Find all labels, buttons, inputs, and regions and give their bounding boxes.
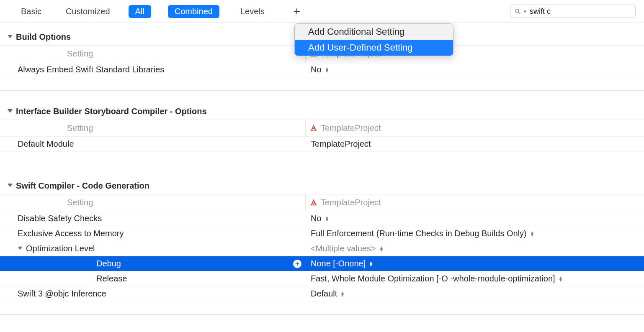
stepper-icon[interactable]: ▴▾	[531, 231, 533, 237]
section-title: Build Options	[16, 32, 71, 42]
setting-label: Exclusive Access to Memory	[0, 226, 306, 241]
filter-all[interactable]: All	[129, 5, 151, 18]
column-setting: Setting	[0, 120, 306, 136]
disclosure-triangle-icon[interactable]	[18, 247, 22, 250]
row-default-module[interactable]: Default Module TemplateProject	[0, 137, 644, 152]
column-headers: Setting TemplateProject	[0, 194, 644, 211]
stepper-icon[interactable]: ▴▾	[370, 261, 372, 267]
section-swift-compiler[interactable]: Swift Compiler - Code Generation	[0, 178, 644, 194]
toolbar-separator	[280, 5, 280, 18]
column-setting: Setting	[0, 194, 306, 211]
filter-basic[interactable]: Basic	[15, 5, 47, 18]
setting-label: Disable Safety Checks	[0, 211, 306, 226]
add-menu: Add Conditional Setting Add User-Defined…	[294, 23, 453, 56]
svg-line-1	[518, 12, 520, 14]
setting-value[interactable]: Fast, Whole Module Optimization [-O -who…	[306, 271, 644, 286]
settings-table: Build Options Setting TemplateProject Al…	[0, 29, 644, 315]
svg-point-0	[515, 9, 519, 13]
search-input[interactable]	[530, 7, 632, 16]
row-optimization-debug[interactable]: Debug + None [-Onone] ▴▾	[0, 256, 644, 271]
disclosure-triangle-icon[interactable]	[8, 109, 13, 113]
setting-value[interactable]: No ▴▾	[306, 211, 644, 226]
column-setting: Setting	[0, 46, 306, 62]
stepper-icon[interactable]: ▴▾	[341, 291, 344, 297]
stepper-icon[interactable]: ▴▾	[326, 216, 328, 222]
setting-value[interactable]: <Multiple values> ▴▾	[306, 241, 644, 256]
search-chevron-icon[interactable]: ▼	[523, 9, 527, 14]
search-icon	[514, 8, 521, 15]
setting-label: Swift 3 @objc Inference	[0, 286, 306, 301]
app-icon	[309, 198, 318, 207]
setting-label: Debug +	[0, 256, 306, 271]
row-always-embed-swift[interactable]: Always Embed Swift Standard Libraries No…	[0, 62, 644, 77]
column-project-label: TemplateProject	[321, 198, 381, 207]
stepper-icon[interactable]: ▴▾	[380, 246, 383, 252]
row-exclusive-access[interactable]: Exclusive Access to Memory Full Enforcem…	[0, 226, 644, 241]
disclosure-triangle-icon[interactable]	[8, 35, 13, 38]
setting-value[interactable]: Default ▴▾	[306, 286, 644, 301]
row-optimization-release[interactable]: Release Fast, Whole Module Optimization …	[0, 271, 644, 286]
setting-value[interactable]: TemplateProject	[306, 137, 644, 151]
setting-label: Optimization Level	[0, 241, 306, 256]
setting-label: Release	[0, 271, 306, 286]
setting-value[interactable]: Full Enforcement (Run-time Checks in Deb…	[306, 226, 644, 241]
stepper-icon[interactable]: ▴▾	[559, 276, 562, 282]
row-disable-safety-checks[interactable]: Disable Safety Checks No ▴▾	[0, 211, 644, 226]
section-interface-builder[interactable]: Interface Builder Storyboard Compiler - …	[0, 103, 644, 120]
row-swift3-objc[interactable]: Swift 3 @objc Inference Default ▴▾	[0, 286, 644, 301]
setting-label: Default Module	[0, 137, 306, 151]
disclosure-triangle-icon[interactable]	[8, 184, 13, 187]
column-project: TemplateProject	[306, 120, 644, 136]
setting-value[interactable]: No ▴▾	[306, 62, 644, 77]
add-button[interactable]: +	[289, 5, 304, 17]
search-field[interactable]: ▼	[510, 5, 636, 18]
add-condition-icon[interactable]: +	[293, 260, 301, 268]
filter-levels[interactable]: Levels	[234, 5, 270, 18]
setting-value[interactable]: None [-Onone] ▴▾	[306, 256, 644, 271]
app-icon	[309, 124, 318, 133]
setting-label: Always Embed Swift Standard Libraries	[0, 62, 306, 77]
filter-combined[interactable]: Combined	[168, 5, 219, 18]
column-project: TemplateProject	[306, 194, 644, 211]
column-headers: Setting TemplateProject	[0, 120, 644, 137]
row-optimization-level[interactable]: Optimization Level <Multiple values> ▴▾	[0, 241, 644, 256]
menu-add-user-defined[interactable]: Add User-Defined Setting	[295, 40, 453, 56]
stepper-icon[interactable]: ▴▾	[326, 67, 328, 73]
menu-add-conditional[interactable]: Add Conditional Setting	[295, 24, 453, 40]
section-title: Swift Compiler - Code Generation	[16, 181, 149, 191]
column-project-label: TemplateProject	[321, 123, 381, 133]
filter-customized[interactable]: Customized	[60, 5, 116, 18]
filter-toolbar: Basic Customized All Combined Levels + ▼	[0, 0, 644, 23]
section-title: Interface Builder Storyboard Compiler - …	[16, 107, 207, 116]
